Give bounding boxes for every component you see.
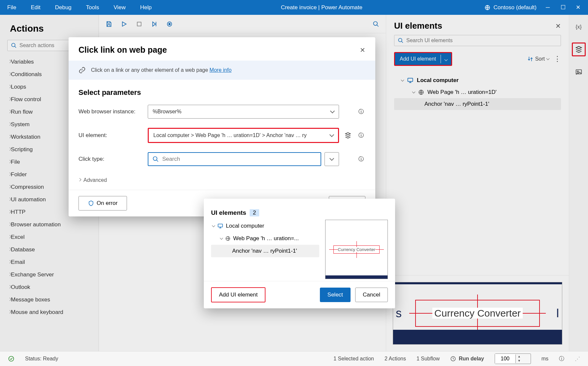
action-category[interactable]: Mouse and keyboard bbox=[7, 306, 91, 319]
layers-icon[interactable] bbox=[344, 132, 352, 139]
svg-point-4 bbox=[169, 23, 170, 25]
window-title: Create invoice | Power Automate bbox=[159, 4, 484, 11]
search-icon bbox=[152, 156, 159, 162]
titlebar: File Edit Debug Tools View Help Create i… bbox=[0, 0, 588, 15]
run-delay-input[interactable]: ▲▼ bbox=[495, 353, 531, 364]
advanced-label: Advanced bbox=[83, 177, 107, 183]
action-category[interactable]: Exchange Server bbox=[7, 268, 91, 281]
picker-root[interactable]: Local computer bbox=[211, 220, 319, 232]
action-category[interactable]: Message boxes bbox=[7, 294, 91, 306]
picker-add-button[interactable]: Add UI element bbox=[211, 287, 265, 302]
ui-element-select[interactable]: Local computer > Web Page 'h … uration=1… bbox=[148, 128, 339, 143]
search-icon bbox=[11, 42, 17, 48]
add-ui-element-label: Add UI element bbox=[395, 53, 441, 65]
close-button[interactable]: ✕ bbox=[574, 4, 582, 11]
org-icon bbox=[484, 5, 490, 11]
menubar: File Edit Debug Tools View Help bbox=[0, 4, 159, 11]
web-browser-select[interactable]: %Browser% bbox=[148, 105, 339, 119]
images-rail-icon[interactable] bbox=[572, 65, 586, 79]
picker-count-badge: 2 bbox=[250, 209, 259, 216]
ui-elements-rail-icon[interactable] bbox=[572, 42, 586, 56]
on-error-label: On error bbox=[97, 200, 117, 207]
tree-page[interactable]: Web Page 'h … uration=1D' bbox=[394, 86, 561, 98]
actions-search-placeholder: Search actions bbox=[19, 42, 54, 48]
computer-icon bbox=[217, 223, 223, 229]
step-icon[interactable] bbox=[151, 21, 158, 27]
picker-thumbnail: Currency Converter bbox=[325, 220, 388, 279]
info-icon[interactable]: ⓘ bbox=[559, 355, 564, 362]
status-bar: Status: Ready 1 Selected action 2 Action… bbox=[0, 351, 588, 366]
status-actions: 2 Actions bbox=[385, 356, 406, 362]
menu-tools[interactable]: Tools bbox=[79, 4, 107, 11]
param-click-type: Click type: ⓘ bbox=[78, 152, 365, 166]
shield-icon bbox=[88, 200, 94, 206]
action-category[interactable]: Email bbox=[7, 256, 91, 268]
svg-point-5 bbox=[374, 21, 378, 25]
click-type-search-input[interactable] bbox=[162, 156, 317, 162]
ui-elements-search[interactable]: Search UI elements bbox=[394, 35, 561, 46]
action-category[interactable]: Excel bbox=[7, 231, 91, 243]
tree-root[interactable]: Local computer bbox=[394, 74, 561, 86]
modal-description-text: Click on a link or any other element of … bbox=[91, 67, 208, 73]
add-ui-element-dropdown[interactable] bbox=[441, 53, 451, 65]
action-category[interactable]: Database bbox=[7, 243, 91, 256]
ui-elements-search-placeholder: Search UI elements bbox=[406, 38, 453, 43]
info-icon[interactable]: ⓘ bbox=[357, 132, 365, 139]
modal-title: Click link on web page bbox=[78, 45, 360, 55]
add-ui-element-button[interactable]: Add UI element bbox=[394, 52, 452, 66]
ui-element-value: Local computer > Web Page 'h … uration=1… bbox=[153, 132, 330, 138]
svg-point-10 bbox=[577, 71, 578, 72]
search-icon bbox=[398, 38, 404, 43]
org-name: Contoso (default) bbox=[494, 4, 537, 11]
web-browser-value: %Browser% bbox=[153, 109, 331, 115]
svg-point-11 bbox=[153, 157, 157, 161]
picker-heading: UI elements bbox=[211, 209, 246, 216]
tree-anchor[interactable]: Anchor 'nav … ryPoint1-1' bbox=[394, 98, 561, 110]
save-icon[interactable] bbox=[106, 21, 112, 27]
record-icon[interactable] bbox=[166, 21, 173, 27]
delay-up[interactable]: ▲ bbox=[516, 354, 523, 359]
action-category[interactable]: Browser automation bbox=[7, 218, 91, 231]
svg-rect-2 bbox=[137, 22, 141, 26]
info-icon[interactable]: ⓘ bbox=[357, 156, 365, 163]
clock-icon bbox=[450, 356, 456, 362]
menu-view[interactable]: View bbox=[107, 4, 133, 11]
svg-point-6 bbox=[398, 38, 402, 42]
svg-point-1 bbox=[12, 43, 15, 47]
action-category[interactable]: Outlook bbox=[7, 281, 91, 294]
stop-icon[interactable] bbox=[136, 21, 142, 27]
info-icon[interactable]: ⓘ bbox=[357, 108, 365, 115]
click-type-dropdown[interactable] bbox=[325, 152, 339, 166]
on-error-button[interactable]: On error bbox=[78, 196, 127, 211]
more-icon[interactable]: ⋮ bbox=[554, 55, 561, 63]
panel-close-icon[interactable]: ✕ bbox=[555, 22, 561, 30]
org-selector[interactable]: Contoso (default) bbox=[484, 4, 537, 11]
picker-page-label: Web Page 'h … uration=... bbox=[233, 235, 299, 242]
ui-elements-heading: UI elements bbox=[394, 21, 555, 31]
advanced-toggle[interactable]: Advanced bbox=[78, 175, 365, 186]
minimize-button[interactable]: ─ bbox=[544, 4, 552, 11]
more-info-link[interactable]: More info bbox=[209, 67, 232, 73]
modal-close-icon[interactable]: ✕ bbox=[360, 46, 365, 54]
variables-rail-icon[interactable]: {x} bbox=[572, 20, 586, 34]
sort-button[interactable]: Sort bbox=[527, 56, 549, 62]
delay-down[interactable]: ▼ bbox=[516, 359, 523, 363]
run-delay-value[interactable] bbox=[495, 354, 515, 364]
menu-help[interactable]: Help bbox=[133, 4, 159, 11]
resize-grip-icon[interactable]: ⋰ bbox=[575, 356, 580, 362]
menu-edit[interactable]: Edit bbox=[23, 4, 47, 11]
maximize-button[interactable]: ☐ bbox=[559, 4, 567, 11]
menu-debug[interactable]: Debug bbox=[48, 4, 79, 11]
preview-left-letter: s bbox=[396, 306, 402, 320]
picker-anchor[interactable]: Anchor 'nav … ryPoint1-1' bbox=[211, 245, 319, 257]
status-selected: 1 Selected action bbox=[333, 356, 374, 362]
play-icon[interactable] bbox=[121, 21, 127, 27]
picker-cancel-button[interactable]: Cancel bbox=[355, 288, 388, 302]
picker-select-button[interactable]: Select bbox=[320, 288, 351, 302]
menu-file[interactable]: File bbox=[0, 4, 23, 11]
picker-page[interactable]: Web Page 'h … uration=... bbox=[211, 232, 319, 245]
run-delay-unit: ms bbox=[542, 356, 548, 362]
search-flow-icon[interactable] bbox=[373, 21, 379, 27]
preview-right-letter: I bbox=[556, 306, 559, 320]
link-icon bbox=[78, 67, 86, 74]
